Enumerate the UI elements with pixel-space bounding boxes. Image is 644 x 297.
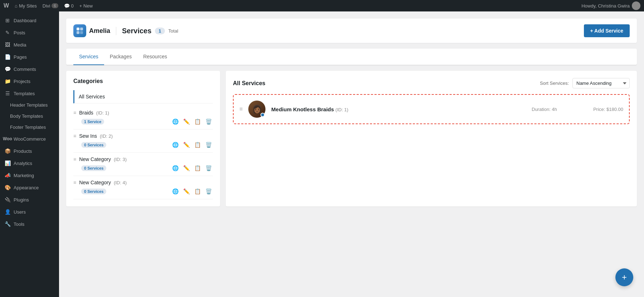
appearance-icon: 🎨 — [4, 184, 11, 191]
category-copy-button[interactable]: 📋 — [194, 188, 202, 195]
service-count-badge: 0 Services — [81, 165, 106, 171]
sidebar-label-tools: Tools — [14, 221, 24, 227]
category-item: ≡ Braids (ID: 1) 1 Service 🌐 ✏️ 📋 🗑️ — [73, 106, 213, 130]
category-delete-button[interactable]: 🗑️ — [205, 118, 213, 126]
sidebar-item-marketing[interactable]: 📣 Marketing — [0, 169, 59, 181]
divi-menu[interactable]: Divi 6 — [43, 3, 58, 9]
fab-button[interactable]: + — [615, 268, 633, 286]
sidebar-label-media: Media — [14, 42, 26, 48]
category-meta: 0 Services 🌐 ✏️ 📋 🗑️ — [73, 188, 213, 195]
user-avatar[interactable] — [632, 1, 640, 10]
drag-handle-icon[interactable]: ≡ — [73, 180, 76, 185]
category-copy-button[interactable]: 📋 — [194, 141, 202, 149]
sidebar-item-comments[interactable]: 💬 Comments — [0, 63, 59, 75]
sidebar-item-dashboard[interactable]: ⊞ Dashboard — [0, 14, 59, 26]
sort-controls: Sort Services: Name Ascending Name Desce… — [540, 78, 630, 88]
all-services-category-row[interactable]: All Services — [73, 90, 213, 103]
drag-handle-icon[interactable]: ≡ — [73, 156, 76, 162]
sort-select[interactable]: Name Ascending Name Descending Price Asc… — [572, 78, 630, 88]
sidebar-label-posts: Posts — [14, 30, 25, 35]
category-header: ≡ New Category (ID: 4) — [73, 180, 213, 185]
drag-handle-icon[interactable]: ≡ — [73, 110, 76, 116]
sidebar-item-analytics[interactable]: 📊 Analytics — [0, 157, 59, 169]
category-header: ≡ New Category (ID: 3) — [73, 156, 213, 162]
all-services-category-label: All Services — [79, 94, 105, 99]
service-count-badge: 1 Service — [81, 119, 104, 125]
wp-logo[interactable]: W — [4, 3, 9, 9]
drag-handle-icon[interactable]: ≡ — [73, 133, 76, 139]
media-icon: 🖼 — [4, 42, 11, 48]
category-edit-button[interactable]: ✏️ — [182, 164, 191, 172]
sidebar-label-plugins: Plugins — [14, 197, 29, 203]
category-globe-button[interactable]: 🌐 — [171, 118, 180, 126]
count-badge: 1 — [155, 28, 165, 34]
category-globe-button[interactable]: 🌐 — [171, 188, 180, 195]
users-icon: 👤 — [4, 209, 11, 215]
sidebar-item-appearance[interactable]: 🎨 Appearance — [0, 181, 59, 194]
sidebar-item-footer-templates[interactable]: Footer Templates — [0, 122, 59, 133]
sidebar-item-media[interactable]: 🖼 Media — [0, 39, 59, 51]
sidebar-item-plugins[interactable]: 🔌 Plugins — [0, 194, 59, 206]
service-price: Price: $180.00 — [580, 107, 623, 112]
sidebar-label-marketing: Marketing — [14, 173, 34, 178]
pages-icon: 📄 — [4, 54, 11, 60]
service-count-badge: 0 Services — [81, 189, 106, 194]
category-edit-button[interactable]: ✏️ — [182, 118, 191, 126]
sidebar-item-pages[interactable]: 📄 Pages — [0, 51, 59, 63]
sidebar-item-projects[interactable]: 📁 Projects — [0, 75, 59, 87]
category-header: ≡ Sew Ins (ID: 2) — [73, 133, 213, 139]
category-edit-button[interactable]: ✏️ — [182, 141, 191, 149]
category-meta: 0 Services 🌐 ✏️ 📋 🗑️ — [73, 164, 213, 172]
category-id: (ID: 2) — [100, 133, 113, 139]
service-drag-handle-icon[interactable]: ≡ — [239, 106, 243, 112]
category-delete-button[interactable]: 🗑️ — [205, 164, 213, 172]
sidebar-item-products[interactable]: 📦 Products — [0, 145, 59, 157]
sidebar: ⊞ Dashboard ✎ Posts 🖼 Media 📄 Pages 💬 Co… — [0, 11, 59, 297]
category-copy-button[interactable]: 📋 — [194, 118, 202, 126]
admin-bar-right: Howdy, Christina Gwira — [581, 1, 640, 10]
sidebar-label-pages: Pages — [14, 54, 27, 60]
category-edit-button[interactable]: ✏️ — [182, 188, 191, 195]
page-title-section: Services 1 Total — [116, 27, 178, 35]
category-copy-button[interactable]: 📋 — [194, 164, 202, 172]
categories-panel: Categories All Services ≡ Braids (ID: 1)… — [66, 71, 220, 206]
sidebar-item-templates[interactable]: ☰ Templates — [0, 87, 59, 99]
main-content: Amelia Services 1 Total + Add Service Se… — [59, 11, 644, 297]
sidebar-item-posts[interactable]: ✎ Posts — [0, 26, 59, 39]
add-service-button[interactable]: + Add Service — [584, 24, 630, 37]
sidebar-item-woocommerce[interactable]: Woo WooCommerce — [0, 133, 59, 145]
amelia-logo: Amelia — [73, 24, 110, 37]
admin-bar: W ⌂ My Sites Divi 6 💬 0 + New Howdy, Chr… — [0, 0, 644, 11]
tab-resources[interactable]: Resources — [137, 49, 173, 65]
sort-label: Sort Services: — [540, 81, 569, 86]
category-delete-button[interactable]: 🗑️ — [205, 141, 213, 149]
sidebar-item-users[interactable]: 👤 Users — [0, 206, 59, 218]
sidebar-label-projects: Projects — [14, 79, 30, 84]
sidebar-label-woocommerce: WooCommerce — [14, 136, 46, 142]
service-card[interactable]: ≡ 👩🏾 Medium Knotless Braids (ID: 1) Dura… — [233, 94, 630, 124]
category-globe-button[interactable]: 🌐 — [171, 141, 180, 149]
category-item: ≡ New Category (ID: 3) 0 Services 🌐 ✏️ 📋… — [73, 153, 213, 176]
sidebar-item-tools[interactable]: 🔧 Tools — [0, 218, 59, 230]
service-name: Medium Knotless Braids (ID: 1) — [271, 106, 526, 112]
tabs-bar: Services Packages Resources — [66, 49, 637, 65]
tab-services[interactable]: Services — [73, 49, 104, 65]
templates-icon: ☰ — [4, 90, 11, 97]
category-globe-button[interactable]: 🌐 — [171, 164, 180, 172]
sidebar-label-appearance: Appearance — [14, 185, 39, 190]
service-avatar-wrap: 👩🏾 — [248, 101, 265, 118]
page-header-left: Amelia Services 1 Total — [73, 24, 178, 37]
category-actions: 🌐 ✏️ 📋 🗑️ — [171, 188, 213, 195]
sidebar-label-dashboard: Dashboard — [14, 18, 36, 23]
woocommerce-icon: Woo — [4, 136, 11, 142]
my-sites-menu[interactable]: ⌂ My Sites — [15, 3, 37, 9]
tab-packages[interactable]: Packages — [104, 49, 137, 65]
analytics-icon: 📊 — [4, 160, 11, 166]
sidebar-item-body-templates[interactable]: Body Templates — [0, 111, 59, 122]
svg-rect-2 — [77, 31, 79, 34]
service-duration: Duration: 4h — [532, 107, 575, 112]
category-delete-button[interactable]: 🗑️ — [205, 188, 213, 195]
new-menu[interactable]: + New — [79, 3, 93, 9]
comments-menu[interactable]: 💬 0 — [64, 3, 74, 9]
sidebar-item-header-templates[interactable]: Header Templates — [0, 99, 59, 111]
